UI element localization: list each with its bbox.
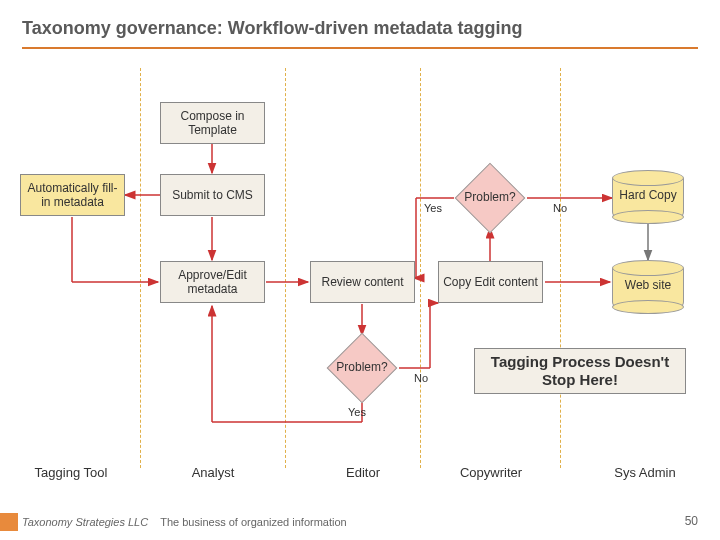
- website-label: Web site: [612, 278, 684, 292]
- page-title: Taxonomy governance: Workflow-driven met…: [0, 0, 720, 47]
- problem-bot-label: Problem?: [326, 360, 398, 374]
- role-analyst: Analyst: [158, 465, 268, 480]
- lane-divider: [140, 68, 141, 468]
- node-submit: Submit to CMS: [160, 174, 265, 216]
- node-hardcopy: Hard Copy: [612, 168, 684, 222]
- edge-label-yes-top: Yes: [424, 202, 442, 214]
- title-rule: [22, 47, 698, 49]
- hardcopy-label: Hard Copy: [612, 188, 684, 202]
- node-auto-fill: Automatically fill-in metadata: [20, 174, 125, 216]
- role-tagging-tool: Tagging Tool: [16, 465, 126, 480]
- lane-divider: [420, 68, 421, 468]
- footer-accent-icon: [0, 513, 18, 531]
- edge-label-yes-bot: Yes: [348, 406, 366, 418]
- node-problem-bot: Problem?: [326, 338, 398, 398]
- edge-label-no-bot: No: [414, 372, 428, 384]
- footer-tagline: The business of organized information: [160, 516, 347, 528]
- node-compose: Compose in Template: [160, 102, 265, 144]
- role-editor: Editor: [308, 465, 418, 480]
- role-sysadmin: Sys Admin: [590, 465, 700, 480]
- edge-label-no-top: No: [553, 202, 567, 214]
- role-copywriter: Copywriter: [436, 465, 546, 480]
- node-review: Review content: [310, 261, 415, 303]
- footer-company: Taxonomy Strategies LLC: [22, 516, 148, 528]
- page-number: 50: [685, 514, 698, 528]
- callout-box: Tagging Process Doesn't Stop Here!: [474, 348, 686, 394]
- node-copyedit: Copy Edit content: [438, 261, 543, 303]
- lane-divider: [560, 68, 561, 468]
- node-problem-top: Problem?: [454, 168, 526, 228]
- diagram-canvas: Compose in Template Automatically fill-i…: [0, 50, 720, 540]
- footer: Taxonomy Strategies LLC The business of …: [22, 516, 347, 528]
- lane-divider: [285, 68, 286, 468]
- problem-top-label: Problem?: [454, 190, 526, 204]
- node-approve: Approve/Edit metadata: [160, 261, 265, 303]
- node-website: Web site: [612, 258, 684, 312]
